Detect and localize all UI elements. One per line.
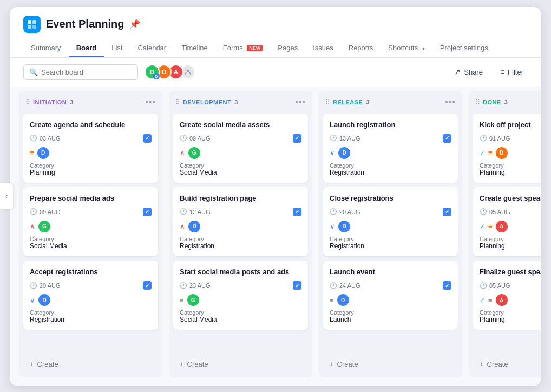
tab-summary[interactable]: Summary: [23, 39, 69, 57]
priority-icon: ≡: [330, 296, 334, 304]
tab-board[interactable]: Board: [69, 39, 104, 57]
header-top: Event Planning 📌: [23, 16, 528, 33]
card-checkbox[interactable]: [143, 281, 152, 290]
priority-icon: ∨: [330, 222, 335, 230]
card-meta: 🕐 03 AUG: [30, 134, 152, 143]
tab-list[interactable]: List: [104, 39, 130, 57]
card-checkbox[interactable]: [443, 208, 451, 216]
tab-pages[interactable]: Pages: [270, 39, 305, 57]
column-initiation: ⠿ INITIATION 3 ••• Create agenda and sch…: [19, 91, 162, 377]
card-launch-registration[interactable]: Launch registration 🕐 13 AUG ∨ D: [323, 114, 458, 183]
svg-rect-0: [28, 20, 31, 24]
card-checkbox[interactable]: [443, 281, 451, 290]
column-header-development: ⠿ DEVELOPMENT 3 •••: [169, 91, 312, 111]
card-date: 🕐 05 AUG: [480, 208, 510, 215]
app-container: ‹ Event Planning 📌 Summary Board: [0, 0, 551, 392]
column-menu-initiation[interactable]: •••: [145, 97, 156, 107]
column-header-release: ⠿ RELEASE 3 •••: [319, 91, 462, 111]
tab-forms[interactable]: Forms NEW: [215, 39, 270, 57]
card-checkbox[interactable]: [143, 134, 152, 143]
create-button-release[interactable]: + Create: [323, 356, 458, 373]
card-date: 🕐 12 AUG: [180, 208, 211, 215]
card-date: 🕐 20 AUG: [30, 282, 61, 289]
card-category-label: Category: [480, 236, 541, 242]
priority-icon: ≡: [180, 296, 184, 304]
pin-icon[interactable]: 📌: [129, 19, 140, 29]
column-title-row-development: ⠿ DEVELOPMENT 3: [175, 98, 238, 106]
clock-icon: 🕐: [180, 208, 187, 215]
card-meta: 🕐 20 AUG: [30, 281, 152, 290]
card-category-value: Social Media: [180, 169, 301, 176]
card-meta: 🕐 09 AUG: [30, 208, 152, 216]
card-social-media-posts[interactable]: Start social media posts and ads 🕐 23 AU…: [173, 261, 308, 330]
column-cards-initiation: Create agenda and schedule 🕐 03 AUG ≡: [19, 111, 162, 354]
tab-reports[interactable]: Reports: [341, 39, 381, 57]
svg-rect-1: [32, 20, 36, 24]
column-title-done: DONE: [483, 99, 501, 105]
card-category-label: Category: [480, 309, 541, 316]
card-tags: ∨ D: [30, 294, 152, 306]
column-title-row-done: ⠿ DONE 3: [475, 98, 508, 106]
tab-issues[interactable]: Issues: [305, 39, 341, 57]
create-button-initiation[interactable]: + Create: [23, 356, 158, 373]
card-social-media-assets[interactable]: Create social media assets 🕐 09 AUG ∧: [173, 114, 308, 183]
card-checkbox[interactable]: [293, 208, 301, 216]
column-menu-release[interactable]: •••: [445, 97, 456, 107]
card-checkbox[interactable]: [293, 134, 301, 143]
tab-timeline[interactable]: Timeline: [174, 39, 215, 57]
search-icon: 🔍: [29, 68, 38, 76]
card-meta: 🕐 23 AUG: [180, 281, 301, 290]
card-category-label: Category: [30, 309, 152, 316]
card-meta: 🕐 09 AUG: [180, 134, 301, 143]
filter-button[interactable]: ≡ Filter: [496, 65, 528, 79]
drag-handle-development[interactable]: ⠿: [175, 98, 180, 106]
drag-handle-initiation[interactable]: ⠿: [25, 98, 30, 106]
card-title: Create guest speakers list: [480, 194, 541, 203]
avatar-d-green[interactable]: D D: [145, 64, 160, 79]
card-build-registration[interactable]: Build registration page 🕐 12 AUG ∧: [173, 187, 308, 256]
card-checkbox[interactable]: [443, 134, 451, 143]
search-input[interactable]: [41, 68, 132, 76]
card-close-registrations[interactable]: Close registrations 🕐 20 AUG ∨ D: [323, 187, 458, 256]
card-accept-registrations[interactable]: Accept registrations 🕐 20 AUG ∨ D: [23, 261, 158, 330]
card-checkbox[interactable]: [293, 281, 301, 290]
drag-handle-done[interactable]: ⠿: [475, 98, 480, 106]
card-title: Create social media assets: [180, 120, 301, 130]
card-category-value: Planning: [480, 316, 541, 323]
svg-rect-3: [32, 25, 36, 29]
drag-handle-release[interactable]: ⠿: [325, 98, 330, 106]
avatar-badge: D: [153, 73, 160, 79]
card-social-media-ads[interactable]: Prepare social media ads 🕐 09 AUG ∧: [23, 187, 158, 256]
column-menu-development[interactable]: •••: [295, 97, 306, 107]
clock-icon: 🕐: [330, 135, 337, 142]
card-tags: ✓ ≡ A: [480, 294, 541, 306]
card-guest-speakers-list[interactable]: Create guest speakers list 🕐 05 AUG ✓: [473, 187, 541, 256]
toolbar-left: 🔍 D D D A: [23, 64, 195, 80]
card-kickoff[interactable]: Kick off project 🕐 01 AUG ✓ ≡: [473, 114, 541, 183]
card-launch-event[interactable]: Launch event 🕐 24 AUG ≡ D: [323, 261, 458, 330]
card-category-label: Category: [180, 162, 301, 169]
card-finalize-speakers[interactable]: Finalize guest speakers 🕐 05 AUG ✓: [473, 261, 541, 330]
card-title: Accept registrations: [30, 267, 152, 277]
card-category-value: Registration: [330, 242, 451, 250]
column-title-row-release: ⠿ RELEASE 3: [325, 98, 370, 106]
card-category-value: Planning: [480, 242, 541, 250]
plus-icon: +: [180, 360, 184, 368]
card-title: Build registration page: [180, 194, 301, 203]
board-columns: ⠿ INITIATION 3 ••• Create agenda and sch…: [19, 87, 541, 377]
column-title-initiation: INITIATION: [33, 99, 67, 105]
create-button-development[interactable]: + Create: [173, 356, 308, 373]
clock-icon: 🕐: [180, 282, 187, 289]
search-box[interactable]: 🔍: [23, 64, 138, 80]
tab-calendar[interactable]: Calendar: [130, 39, 174, 57]
tab-shortcuts[interactable]: Shortcuts ▾: [381, 39, 432, 57]
left-arrow-button[interactable]: ‹: [0, 183, 13, 209]
share-button[interactable]: ↗ Share: [450, 65, 487, 79]
card-meta: 🕐 24 AUG: [330, 281, 451, 290]
card-date: 🕐 24 AUG: [330, 282, 360, 289]
tab-project-settings[interactable]: Project settings: [432, 39, 496, 57]
card-avatar: A: [496, 294, 508, 306]
card-create-agenda[interactable]: Create agenda and schedule 🕐 03 AUG ≡: [23, 114, 158, 183]
create-button-done[interactable]: + Create: [473, 356, 541, 373]
card-checkbox[interactable]: [143, 208, 152, 216]
